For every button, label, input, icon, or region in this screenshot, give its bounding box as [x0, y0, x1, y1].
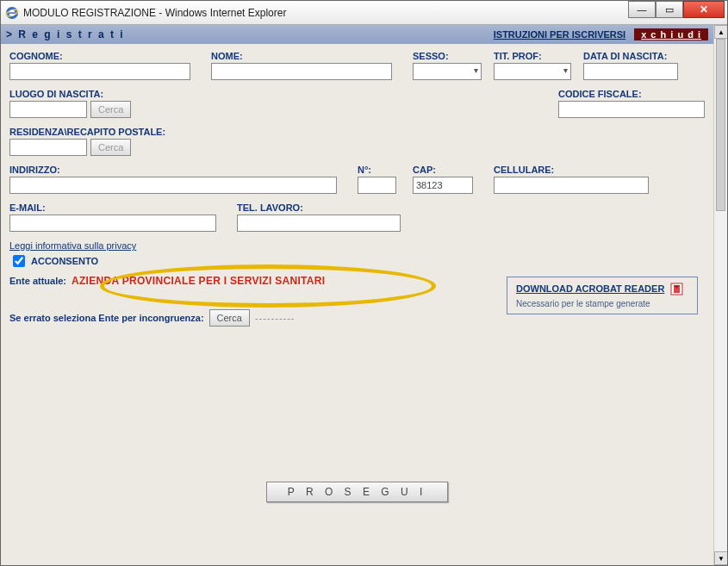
download-acrobat-box: DOWNLOAD ACROBAT READER Necessario per l…	[507, 277, 698, 314]
window-close-button[interactable]	[683, 1, 725, 18]
svg-rect-3	[9, 12, 16, 14]
nome-input[interactable]	[211, 63, 392, 80]
registration-form: COGNOME: NOME: SESSO: TIT. PROF: DATA DI…	[1, 44, 713, 509]
cognome-input[interactable]	[9, 63, 190, 80]
cf-input[interactable]	[558, 101, 705, 118]
label-ente: Ente attuale:	[9, 276, 66, 286]
tellavoro-input[interactable]	[237, 215, 401, 232]
download-acrobat-sub: Necessario per le stampe generate	[516, 299, 688, 308]
email-input[interactable]	[9, 215, 216, 232]
page-close-button[interactable]: x c h i u d i	[634, 28, 708, 40]
label-indirizzo: INDIRIZZO:	[9, 165, 345, 175]
scroll-down-icon[interactable]: ▼	[714, 551, 728, 565]
window-title: MODULO REGISTRAZIONE - Windows Internet …	[23, 7, 286, 19]
maximize-button[interactable]	[656, 1, 683, 18]
label-datanascita: DATA DI NASCITA:	[583, 51, 678, 61]
scrollbar[interactable]: ▲ ▼	[713, 25, 727, 565]
scroll-up-icon[interactable]: ▲	[714, 25, 728, 39]
prosegui-button[interactable]: P R O S E G U I	[266, 482, 448, 502]
cap-input[interactable]	[413, 177, 473, 194]
indirizzo-input[interactable]	[9, 177, 337, 194]
instructions-link[interactable]: ISTRUZIONI PER ISCRIVERSI	[494, 29, 625, 40]
label-titprof: TIT. PROF:	[494, 51, 571, 61]
numero-input[interactable]	[358, 177, 396, 194]
pdf-icon	[670, 283, 683, 297]
consent-checkbox[interactable]	[13, 255, 25, 267]
label-residenza: RESIDENZA\RECAPITO POSTALE:	[9, 127, 165, 137]
ente-value: AZIENDA PROVINCIALE PER I SERVIZI SANITA…	[72, 275, 325, 287]
consent-label: ACCONSENTO	[31, 256, 98, 266]
label-luogonascita: LUOGO DI NASCITA:	[9, 89, 134, 99]
cerca-residenza-button[interactable]: Cerca	[90, 139, 131, 156]
label-nome: NOME:	[211, 51, 401, 61]
window-buttons	[628, 1, 725, 18]
ie-window: MODULO REGISTRAZIONE - Windows Internet …	[0, 0, 728, 566]
titprof-select[interactable]	[494, 63, 571, 80]
label-errato: Se errato seleziona Ente per incongruenz…	[9, 313, 204, 323]
cerca-luogo-button[interactable]: Cerca	[90, 101, 131, 118]
ie-icon	[4, 5, 20, 21]
label-numero: N°:	[358, 165, 401, 175]
download-acrobat-link[interactable]: DOWNLOAD ACROBAT READER	[516, 283, 664, 294]
label-cellulare: CELLULARE:	[494, 165, 649, 175]
scroll-thumb[interactable]	[716, 39, 725, 211]
luogonascita-input[interactable]	[9, 101, 87, 118]
label-cf: CODICE FISCALE:	[558, 89, 705, 99]
residenza-input[interactable]	[9, 139, 87, 156]
titlebar: MODULO REGISTRAZIONE - Windows Internet …	[1, 1, 727, 25]
label-tellavoro: TEL. LAVORO:	[237, 202, 409, 213]
label-sesso: SESSO:	[413, 51, 482, 61]
page-header: > R e g i s t r a t i ISTRUZIONI PER ISC…	[1, 25, 713, 44]
datanascita-input[interactable]	[583, 63, 678, 80]
label-cognome: COGNOME:	[9, 51, 199, 61]
cerca-ente-button[interactable]: Cerca	[209, 309, 250, 327]
page-title: > R e g i s t r a t i	[6, 28, 125, 40]
ente-incongruenza-value: ----------	[255, 313, 296, 323]
sesso-select[interactable]	[413, 63, 482, 80]
cellulare-input[interactable]	[494, 177, 649, 194]
label-email: E-MAIL:	[9, 202, 225, 213]
content-area: > R e g i s t r a t i ISTRUZIONI PER ISC…	[1, 25, 713, 565]
privacy-link[interactable]: Leggi informativa sulla privacy	[9, 240, 136, 251]
minimize-button[interactable]	[628, 1, 656, 18]
label-cap: CAP:	[413, 165, 482, 175]
